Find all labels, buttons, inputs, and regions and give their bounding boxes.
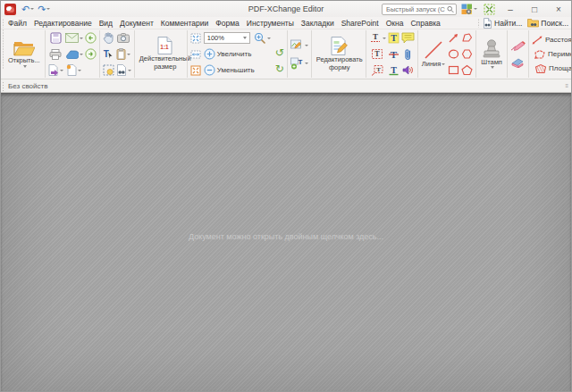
fit-page-button[interactable]: [189, 30, 202, 46]
stamp-icon: [482, 39, 501, 58]
zoom-in-button[interactable]: Увеличить: [204, 46, 272, 62]
zoom-out-button[interactable]: Уменьшить: [204, 63, 272, 78]
rotate-ccw-button[interactable]: ↺: [274, 46, 285, 61]
line-tool-button[interactable]: Линия: [420, 30, 448, 78]
undo-dropdown-caret: [30, 8, 34, 10]
menu-sharepoint[interactable]: SharePoint: [338, 19, 383, 28]
minimize-button[interactable]: –: [500, 2, 521, 16]
zoom-tool-button[interactable]: [253, 30, 272, 46]
menu-file[interactable]: Файл: [4, 19, 30, 28]
sound-comment-button[interactable]: [400, 63, 416, 78]
add-text-button[interactable]: T: [290, 55, 309, 71]
new-document-button[interactable]: [64, 63, 84, 78]
highlight-text-button[interactable]: T: [387, 30, 400, 46]
polyline-tool-button[interactable]: [460, 30, 474, 46]
rotate-ccw-icon: ↺: [275, 47, 284, 58]
search-button[interactable]: Поиск...: [525, 18, 571, 28]
pentagon-tool-button[interactable]: [460, 63, 474, 78]
attach-file-button[interactable]: [400, 46, 416, 62]
menu-edit[interactable]: Редактирование: [30, 19, 96, 28]
actual-size-button[interactable]: 1:1 Действительный размер: [137, 30, 194, 78]
text-box-tool-button[interactable]: T: [368, 46, 387, 62]
export-button[interactable]: [47, 63, 64, 78]
close-button[interactable]: ×: [548, 2, 569, 16]
distance-icon: [531, 35, 543, 46]
menu-view[interactable]: Вид: [96, 19, 116, 28]
quick-launch-search[interactable]: [382, 4, 457, 15]
open-button[interactable]: Открыть...: [5, 30, 43, 78]
menu-bar: Файл Редактирование Вид Документ Коммент…: [1, 17, 571, 29]
hexagon-tool-button[interactable]: [460, 46, 474, 62]
svg-text:T: T: [298, 58, 302, 66]
arrow-icon: [448, 32, 459, 44]
edit-form-button[interactable]: Редактировать форму: [314, 30, 366, 78]
menu-tools[interactable]: Инструменты: [243, 19, 298, 28]
search-document-button[interactable]: [115, 63, 132, 78]
menu-bookmarks[interactable]: Закладки: [298, 19, 338, 28]
customize-ui-icon: [461, 4, 473, 15]
zoom-level-value: 100%: [207, 34, 224, 42]
menu-form[interactable]: Форма: [212, 19, 243, 28]
distance-tool-button[interactable]: Расстояние: [531, 33, 571, 47]
ellipse-tool-button[interactable]: [447, 46, 460, 62]
select-comments-button[interactable]: [102, 63, 115, 78]
propsbar-overflow-button[interactable]: ≡: [565, 83, 568, 88]
print-button[interactable]: [47, 46, 64, 62]
scan-button[interactable]: [64, 46, 84, 62]
edit-form-label: Редактировать форму: [316, 56, 363, 71]
area-tool-button[interactable]: Площадь: [534, 62, 571, 76]
snapshot-button[interactable]: [115, 30, 132, 46]
fit-width-button[interactable]: [189, 46, 202, 62]
perimeter-tool-button[interactable]: Периметр: [534, 47, 571, 62]
edit-content-dropdown-caret: [305, 45, 308, 46]
undo-icon: ↶: [21, 4, 29, 14]
select-text-button[interactable]: T: [102, 46, 115, 62]
go-forward-button[interactable]: [84, 46, 97, 62]
zoom-group: 100%: [189, 29, 286, 79]
go-back-button[interactable]: [84, 30, 97, 46]
menu-document[interactable]: Документ: [116, 19, 157, 28]
magnifier-plus-icon: [254, 32, 266, 45]
typewriter-tool-button[interactable]: T: [368, 30, 387, 46]
menu-windows[interactable]: Окна: [383, 19, 408, 28]
hand-tool-button[interactable]: [102, 30, 115, 46]
stamp-button[interactable]: Штамп: [478, 30, 505, 78]
document-area[interactable]: Документ можно открыть двойным щелчком з…: [1, 93, 571, 391]
title-bar: ↶ ↷ PDF-XChange Editor: [1, 1, 571, 17]
paste-button[interactable]: [115, 46, 132, 62]
sticky-note-button[interactable]: [400, 30, 416, 46]
scan-dropdown-caret: [80, 54, 83, 55]
arrow-tool-button[interactable]: [447, 30, 460, 46]
fullscreen-button[interactable]: [482, 4, 497, 15]
find-button[interactable]: Найти...: [480, 18, 525, 29]
quick-launch-input[interactable]: [384, 4, 447, 14]
zoom-level-combobox[interactable]: 100%: [204, 32, 250, 44]
callout-tool-button[interactable]: T: [368, 63, 387, 78]
fit-visible-button[interactable]: [189, 63, 202, 78]
menu-comments[interactable]: Комментарии: [157, 19, 213, 28]
maximize-button[interactable]: □: [524, 2, 545, 16]
zoom-in-label: Увеличить: [217, 50, 252, 58]
redo-icon: ↷: [38, 4, 46, 14]
rotate-cw-button[interactable]: ↻: [274, 62, 285, 77]
eraser-tool-button[interactable]: [509, 55, 526, 71]
save-button[interactable]: [47, 30, 64, 46]
export-icon: [48, 64, 59, 76]
actual-size-label: Действительный размер: [139, 55, 191, 71]
fit-visible-icon: [190, 65, 201, 76]
underline-text-button[interactable]: T: [387, 63, 400, 78]
strikeout-text-button[interactable]: T: [387, 46, 400, 62]
propsbar-drag-handle[interactable]: [1, 80, 4, 90]
redo-button[interactable]: ↷: [36, 4, 52, 14]
undo-button[interactable]: ↶: [20, 4, 36, 14]
page-binoculars-icon: [116, 64, 127, 76]
find-page-icon: [483, 18, 492, 29]
menu-help[interactable]: Справка: [407, 19, 443, 28]
email-button[interactable]: [64, 30, 84, 46]
customize-ui-button[interactable]: [459, 4, 479, 15]
rectangle-tool-button[interactable]: [447, 63, 460, 78]
rotate-cw-icon: ↻: [275, 63, 284, 74]
save-icon: [50, 32, 62, 44]
pencil-tool-button[interactable]: [509, 38, 526, 53]
edit-content-button[interactable]: [290, 38, 309, 53]
